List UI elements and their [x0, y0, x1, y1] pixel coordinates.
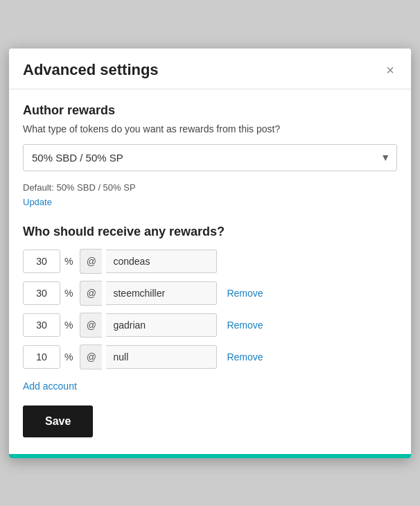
percent-sign-4: % [64, 351, 73, 363]
account-row: % @ Remove [23, 313, 397, 338]
modal-overlay: Advanced settings × Author rewards What … [0, 0, 420, 506]
modal-header: Advanced settings × [9, 49, 411, 89]
account-input-1[interactable] [106, 250, 217, 273]
default-reward-text: Default: 50% SBD / 50% SP [23, 182, 397, 193]
account-input-4[interactable] [106, 345, 217, 369]
save-button[interactable]: Save [23, 405, 93, 437]
percent-sign-2: % [64, 288, 73, 299]
percent-input-1[interactable] [23, 250, 60, 273]
percent-sign-1: % [64, 256, 73, 267]
account-row: % @ [23, 249, 397, 274]
author-rewards-description: What type of tokens do you want as rewar… [23, 123, 397, 134]
percent-input-2[interactable] [23, 281, 60, 305]
at-sign-4: @ [80, 344, 102, 369]
teal-accent-bar [9, 454, 411, 458]
rewards-recipients-title: Who should receive any rewards? [23, 225, 397, 239]
percent-sign-3: % [64, 320, 73, 331]
account-row: % @ Remove [23, 344, 397, 369]
account-input-2[interactable] [106, 281, 217, 305]
remove-button-4[interactable]: Remove [227, 351, 263, 363]
percent-input-3[interactable] [23, 313, 60, 337]
remove-button-2[interactable]: Remove [227, 288, 263, 299]
add-account-link[interactable]: Add account [23, 381, 77, 392]
update-link[interactable]: Update [23, 197, 52, 207]
modal-title: Advanced settings [23, 61, 159, 79]
advanced-settings-modal: Advanced settings × Author rewards What … [9, 49, 411, 458]
at-sign-2: @ [80, 281, 102, 306]
at-sign-3: @ [80, 313, 102, 338]
author-rewards-title: Author rewards [23, 103, 397, 118]
author-rewards-section: Author rewards What type of tokens do yo… [23, 103, 397, 208]
remove-button-3[interactable]: Remove [227, 320, 263, 331]
account-input-3[interactable] [106, 313, 217, 337]
reward-select-wrapper: 50% SBD / 50% SP 100% Steem Power Declin… [23, 144, 397, 171]
modal-body: Author rewards What type of tokens do yo… [9, 89, 411, 454]
account-row: % @ Remove [23, 281, 397, 306]
at-sign-1: @ [80, 249, 102, 274]
percent-input-4[interactable] [23, 345, 60, 369]
reward-type-select[interactable]: 50% SBD / 50% SP 100% Steem Power Declin… [23, 144, 397, 171]
close-button[interactable]: × [383, 62, 397, 78]
rewards-recipients-section: Who should receive any rewards? % @ % @ … [23, 225, 397, 405]
